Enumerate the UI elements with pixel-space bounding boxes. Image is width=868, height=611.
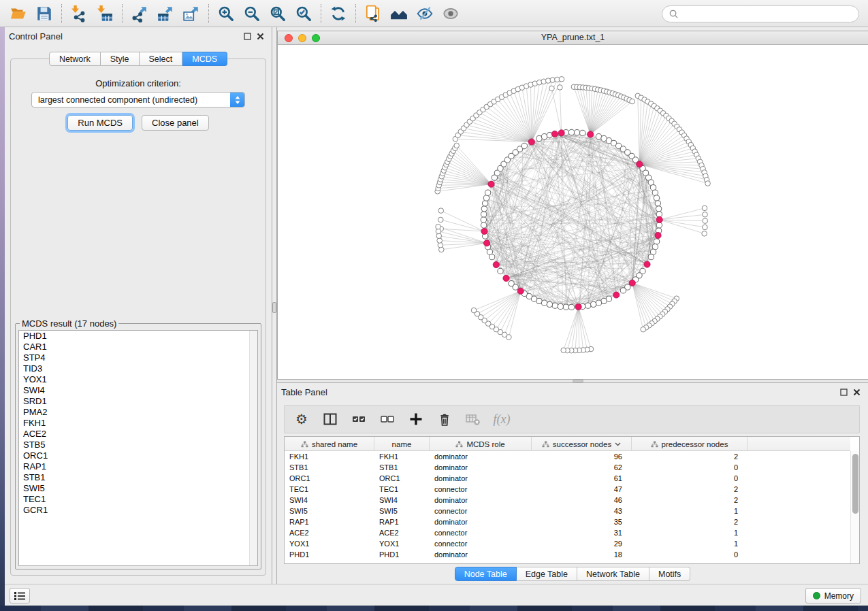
tab-motifs[interactable]: Motifs (649, 567, 690, 581)
network-node[interactable] (580, 130, 585, 135)
network-node[interactable] (552, 303, 558, 308)
cell-name[interactable]: YOX1 (374, 540, 430, 548)
run-mcds-button[interactable]: Run MCDS (67, 115, 133, 131)
cell-name[interactable]: TEC1 (374, 485, 430, 493)
cell-name[interactable]: RAP1 (374, 518, 430, 526)
task-history-button[interactable] (10, 588, 30, 604)
cell-predecessor-nodes[interactable]: 0 (632, 463, 748, 472)
table-row[interactable]: ORC1ORC1dominator610 (285, 473, 850, 484)
cell-predecessor-nodes[interactable]: 2 (632, 496, 748, 504)
mcds-result-item[interactable]: STB5 (19, 440, 257, 450)
network-node[interactable] (590, 301, 596, 307)
close-panel-button[interactable]: Close panel (142, 115, 209, 131)
cell-successor-nodes[interactable]: 47 (532, 485, 632, 493)
cell-predecessor-nodes[interactable]: 0 (632, 474, 748, 482)
close-panel-icon[interactable] (853, 389, 861, 396)
network-node[interactable] (702, 205, 707, 211)
select-all-button[interactable] (351, 412, 366, 427)
network-node[interactable] (438, 217, 443, 222)
cell-mcds-role[interactable]: connector (430, 529, 532, 537)
network-node[interactable] (652, 190, 658, 195)
memory-button[interactable]: Memory (805, 588, 861, 604)
cell-successor-nodes[interactable]: 31 (532, 529, 632, 537)
delete-table-button[interactable] (466, 412, 481, 427)
network-node[interactable] (558, 85, 563, 90)
cell-predecessor-nodes[interactable]: 1 (632, 529, 748, 537)
export-network-button[interactable] (127, 3, 152, 24)
network-node[interactable] (436, 224, 441, 229)
cell-mcds-role[interactable]: dominator (430, 463, 532, 472)
mcds-result-item[interactable]: ACE2 (19, 429, 257, 440)
import-network-button[interactable] (66, 3, 92, 24)
table-settings-button[interactable]: ⚙ (294, 412, 309, 427)
mcds-result-item[interactable]: SWI4 (19, 385, 257, 396)
criterion-dropdown[interactable]: largest connected component (undirected) (31, 92, 245, 108)
mcds-node[interactable] (637, 161, 643, 167)
cell-mcds-role[interactable]: dominator (430, 496, 532, 504)
delete-column-button[interactable] (437, 412, 452, 427)
network-node[interactable] (648, 254, 654, 259)
cell-successor-nodes[interactable]: 35 (532, 518, 632, 526)
cell-name[interactable]: ACE2 (374, 529, 430, 537)
cell-predecessor-nodes[interactable]: 1 (632, 540, 748, 548)
network-node[interactable] (630, 99, 635, 104)
mcds-result-list[interactable]: PHD1CAR1STP4TID3YOX1SWI4SRD1PMA2FKH1ACE2… (18, 330, 258, 566)
table-scrollbar-thumb[interactable] (852, 454, 858, 514)
vertical-splitter[interactable] (272, 27, 277, 584)
cell-mcds-role[interactable]: connector (430, 507, 532, 515)
mcds-node[interactable] (481, 228, 487, 234)
mcds-node[interactable] (588, 131, 594, 137)
mcds-result-item[interactable]: PHD1 (19, 331, 257, 342)
network-node[interactable] (509, 280, 514, 286)
network-node[interactable] (703, 225, 708, 230)
cell-shared-name[interactable]: STB1 (285, 463, 374, 472)
hide-selected-button[interactable] (412, 3, 438, 24)
cell-shared-name[interactable]: PHD1 (285, 550, 374, 559)
mcds-result-item[interactable]: TEC1 (19, 494, 257, 505)
network-node[interactable] (481, 217, 486, 222)
network-node[interactable] (654, 239, 659, 244)
open-file-button[interactable] (5, 3, 31, 24)
network-node[interactable] (541, 134, 547, 139)
search-input[interactable] (679, 7, 858, 21)
cell-shared-name[interactable]: ACE2 (285, 529, 374, 537)
network-canvas[interactable] (278, 45, 868, 379)
cell-name[interactable]: STB1 (374, 463, 430, 472)
cell-shared-name[interactable]: YOX1 (285, 540, 374, 548)
cell-successor-nodes[interactable]: 62 (532, 463, 632, 472)
export-table-button[interactable] (152, 3, 178, 24)
float-panel-icon[interactable] (840, 389, 848, 396)
cell-name[interactable]: PHD1 (374, 550, 430, 559)
network-node[interactable] (656, 212, 662, 217)
network-node[interactable] (558, 303, 563, 309)
table-row[interactable]: PHD1PHD1dominator180 (285, 549, 850, 560)
cell-successor-nodes[interactable]: 46 (532, 496, 632, 504)
tab-node-table[interactable]: Node Table (455, 567, 517, 581)
table-row[interactable]: STB1STB1dominator620 (285, 462, 850, 473)
mcds-node[interactable] (488, 181, 494, 187)
mcds-node[interactable] (528, 139, 534, 145)
network-node[interactable] (703, 218, 708, 224)
mcds-result-item[interactable]: CAR1 (19, 342, 257, 352)
tab-edge-table[interactable]: Edge Table (517, 567, 577, 581)
import-table-button[interactable] (92, 3, 118, 24)
network-node[interactable] (547, 301, 552, 307)
network-node[interactable] (702, 231, 707, 237)
network-node[interactable] (585, 303, 591, 308)
cell-successor-nodes[interactable]: 61 (532, 474, 632, 482)
cell-mcds-role[interactable]: dominator (430, 474, 532, 482)
deselect-all-button[interactable] (380, 412, 395, 427)
network-node[interactable] (481, 212, 486, 217)
network-node[interactable] (481, 206, 487, 212)
mcds-node[interactable] (493, 262, 499, 268)
mcds-result-item[interactable]: STB1 (19, 472, 257, 483)
tab-mcds[interactable]: MCDS (182, 52, 227, 66)
mcds-node[interactable] (503, 275, 509, 281)
network-node[interactable] (471, 308, 477, 313)
close-panel-icon[interactable] (257, 33, 264, 40)
network-node[interactable] (656, 206, 661, 212)
cell-successor-nodes[interactable]: 43 (532, 507, 632, 515)
cell-name[interactable]: ORC1 (374, 474, 430, 482)
zoom-fit-button[interactable] (265, 3, 291, 24)
cell-predecessor-nodes[interactable]: 2 (632, 518, 748, 526)
